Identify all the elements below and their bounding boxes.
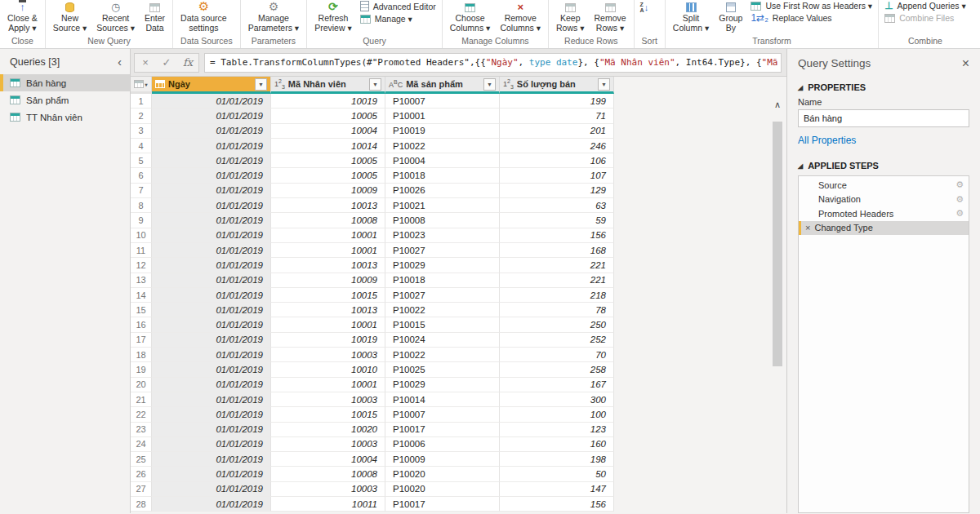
formula-input[interactable]: = Table.TransformColumnTypes(#"Promoted …: [204, 53, 782, 73]
cell-qty: 160: [500, 437, 614, 452]
applied-steps-section-header[interactable]: ◢ APPLIED STEPS: [798, 157, 969, 175]
append-queries-button[interactable]: ⊥ Append Queries ▾: [884, 1, 966, 11]
ribbon-group-reduce-rows: Keep Rows ▾ Remove Rows ▾ Reduce Rows: [549, 0, 635, 48]
all-properties-link[interactable]: All Properties: [798, 127, 969, 157]
collapse-panel-icon[interactable]: ‹: [118, 58, 122, 66]
cell-date: 01/01/2019: [152, 258, 271, 273]
ribbon: ↑ Close & Apply ▾ Close New Source ▾ ◷ R…: [0, 0, 980, 49]
cell-n: 6: [131, 168, 152, 183]
use-first-row-as-headers-button[interactable]: Use First Row as Headers ▾: [751, 1, 872, 11]
cell-qty: 59: [500, 213, 614, 228]
cell-prod: P10001: [385, 109, 500, 123]
filter-dropdown-icon[interactable]: ▼: [369, 78, 381, 91]
refresh-preview-button[interactable]: ⟳ Refresh Preview ▾: [310, 0, 357, 33]
cell-n: 27: [131, 482, 152, 497]
formula-cancel-button[interactable]: ×: [135, 56, 156, 69]
cell-emp: 10003: [271, 392, 385, 407]
cell-date: 01/01/2019: [152, 213, 271, 228]
cell-emp: 10003: [271, 348, 385, 362]
scrollbar-thumb[interactable]: [773, 122, 782, 366]
query-table-icon: [10, 95, 20, 104]
step-settings-gear-icon[interactable]: ⚙: [956, 194, 964, 205]
scroll-up-icon[interactable]: ∧: [772, 100, 783, 110]
cell-prod: P10026: [385, 184, 500, 198]
cell-qty: 71: [500, 109, 614, 123]
remove-rows-button[interactable]: Remove Rows ▾: [589, 0, 630, 33]
cell-date: 01/01/2019: [152, 317, 271, 332]
filter-dropdown-icon[interactable]: ▼: [255, 78, 267, 91]
group-label-parameters: Parameters: [243, 35, 304, 48]
step-navigation[interactable]: Navigation ⚙: [799, 193, 969, 207]
group-by-button[interactable]: Group By: [714, 0, 747, 33]
split-column-button[interactable]: Split Column ▾: [668, 0, 714, 33]
group-label-new-query: New Query: [48, 35, 170, 48]
fx-icon[interactable]: fx: [177, 56, 198, 69]
table-row: 2501/01/201910004P10009198: [131, 452, 614, 467]
close-and-apply-button[interactable]: ↑ Close & Apply ▾: [2, 0, 42, 33]
cell-date: 01/01/2019: [152, 184, 271, 198]
split-column-icon: [686, 2, 697, 12]
manage-parameters-button[interactable]: ⚙ Manage Parameters ▾: [243, 0, 304, 33]
cell-prod: P10014: [385, 392, 500, 407]
formula-bar: × ✓ fx = Table.TransformColumnTypes(#"Pr…: [131, 49, 786, 77]
column-header-ngay[interactable]: Ngày ▼: [152, 77, 271, 94]
step-settings-gear-icon[interactable]: ⚙: [956, 208, 964, 219]
whole-number-type-icon: 123: [274, 78, 285, 90]
group-label-close: Close: [2, 35, 42, 48]
keep-rows-button[interactable]: Keep Rows ▾: [551, 0, 589, 33]
cell-qty: 300: [500, 392, 614, 407]
applied-steps-list: Source ⚙ Navigation ⚙ Promoted Headers ⚙…: [798, 175, 969, 513]
cell-prod: P10027: [385, 243, 500, 258]
close-panel-icon[interactable]: ×: [962, 58, 969, 69]
query-settings-panel: Query Settings × ◢ PROPERTIES Name All P…: [786, 49, 980, 513]
column-header-ma-nhan-vien[interactable]: 123 Mã Nhân viên ▼: [271, 77, 385, 94]
cell-date: 01/01/2019: [152, 362, 271, 377]
table-row: 1901/01/201910010P10025258: [131, 362, 614, 377]
cell-qty: 250: [500, 317, 614, 332]
table-row: 1601/01/201910001P10015250: [131, 317, 614, 332]
step-settings-gear-icon[interactable]: ⚙: [956, 179, 964, 190]
cell-n: 7: [131, 184, 152, 198]
select-all-corner-button[interactable]: ▾: [131, 77, 152, 94]
filter-dropdown-icon[interactable]: ▼: [483, 78, 496, 91]
delete-step-icon[interactable]: ×: [805, 223, 810, 233]
data-source-settings-button[interactable]: ⚙ Data source settings: [176, 0, 232, 33]
replace-values-icon: 1⇄₂: [751, 13, 768, 23]
vertical-scrollbar[interactable]: ∧: [772, 100, 783, 513]
enter-data-button[interactable]: Enter Data: [140, 0, 170, 33]
formula-confirm-button[interactable]: ✓: [156, 56, 177, 69]
step-changed-type[interactable]: × Changed Type: [799, 221, 969, 236]
cell-n: 1: [131, 94, 152, 109]
cell-emp: 10005: [271, 153, 385, 168]
table-row: 1501/01/201910013P1002278: [131, 303, 614, 317]
column-header-so-luong-ban[interactable]: 123 Số lượng bán ▼: [500, 77, 614, 94]
remove-columns-button[interactable]: × Remove Columns ▾: [495, 0, 546, 33]
corner-table-icon: [134, 80, 144, 88]
column-header-ma-san-pham[interactable]: ABC Mã sản phẩm ▼: [385, 77, 500, 94]
step-promoted-headers[interactable]: Promoted Headers ⚙: [799, 206, 969, 221]
query-item-san-pham[interactable]: Sản phẩm: [0, 91, 130, 109]
replace-values-button[interactable]: 1⇄₂ Replace Values: [751, 13, 872, 23]
query-item-ban-hang[interactable]: Bán hàng: [0, 74, 130, 91]
cell-date: 01/01/2019: [152, 303, 271, 317]
new-source-button[interactable]: New Source ▾: [48, 0, 91, 33]
sort-ascending-button[interactable]: ZA↓: [637, 0, 653, 13]
cell-qty: 252: [500, 333, 614, 348]
properties-section-header[interactable]: ◢ PROPERTIES: [798, 79, 969, 97]
manage-button[interactable]: Manage ▾: [360, 14, 436, 24]
advanced-editor-button[interactable]: Advanced Editor: [360, 1, 436, 11]
choose-columns-button[interactable]: Choose Columns ▾: [445, 0, 496, 33]
filter-dropdown-icon[interactable]: ▼: [598, 78, 610, 91]
cell-n: 16: [131, 317, 152, 332]
cell-date: 01/01/2019: [152, 392, 271, 407]
cell-date: 01/01/2019: [152, 482, 271, 497]
group-label-combine: Combine: [881, 35, 969, 48]
recent-sources-button[interactable]: ◷ Recent Sources ▾: [91, 0, 140, 33]
collapse-triangle-icon: ◢: [798, 84, 803, 91]
table-row: 2301/01/201910020P10017123: [131, 423, 614, 437]
ribbon-group-parameters: ⚙ Manage Parameters ▾ Parameters: [241, 0, 307, 48]
cell-date: 01/01/2019: [152, 273, 271, 288]
step-source[interactable]: Source ⚙: [799, 178, 969, 193]
query-name-input[interactable]: [798, 109, 969, 127]
query-item-tt-nhan-vien[interactable]: TT Nhân viên: [0, 109, 130, 126]
